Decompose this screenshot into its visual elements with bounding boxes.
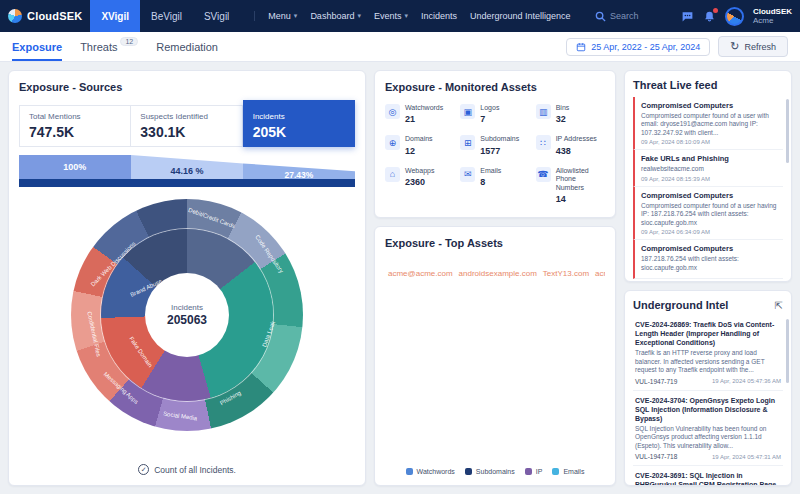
legend-item[interactable]: IP xyxy=(525,468,543,475)
menu-label: Underground Intelligence xyxy=(470,11,571,21)
asset-icon: ▣ xyxy=(460,104,475,119)
legend-item[interactable]: Watchwords xyxy=(406,468,455,475)
stat-incidents[interactable]: Incidents 205K xyxy=(243,100,355,147)
asset-label: Emails xyxy=(480,167,501,175)
tab-xvigil[interactable]: XVigil xyxy=(90,0,140,32)
threat-live-feed-card: Threat Live feed Compromised Computers C… xyxy=(624,70,792,282)
threat-feed-item[interactable]: Compromised Computers 187.218.76.254 wit… xyxy=(633,240,783,279)
dashboard-dropdown[interactable]: Dashboard▾ xyxy=(310,11,361,21)
monitored-asset[interactable]: ◎ Watchwords 21 xyxy=(385,104,454,124)
asset-icon: ▥ xyxy=(536,104,551,119)
stat-total-mentions[interactable]: Total Mentions 747.5K xyxy=(19,105,131,147)
monitored-asset[interactable]: ⊞ Subdomains 1577 xyxy=(460,135,529,155)
subheader-actions: 25 Apr, 2022 - 25 Apr, 2024 ↻ Refresh xyxy=(566,32,788,61)
intel-item[interactable]: CVE-2024-3704: OpenGnsys Expeto Login SQ… xyxy=(633,391,783,467)
underground-intel-title: Underground Intel xyxy=(633,299,728,311)
intel-item-id: VUL-1947-718 xyxy=(635,453,677,460)
events-dropdown[interactable]: Events▾ xyxy=(374,11,408,21)
monitored-asset[interactable]: ☎ Allowlisted Phone Numbers 14 xyxy=(536,167,605,204)
stat-value: 205K xyxy=(253,124,345,140)
asset-count: 32 xyxy=(556,114,570,124)
tab-bevigil[interactable]: BeVigil xyxy=(140,0,193,32)
funnel-percent: 27.43% xyxy=(284,170,313,180)
monitored-asset[interactable]: ▥ Bins 32 xyxy=(536,104,605,124)
monitored-asset[interactable]: ⊕ Domains 12 xyxy=(385,135,454,155)
threat-feed-item[interactable]: Fake URLs and Phishing realwebsiteacme.c… xyxy=(633,150,783,186)
chevron-down-icon: ▾ xyxy=(294,12,298,20)
asset-label: Allowlisted Phone Numbers xyxy=(556,167,605,192)
asset-icon: ∷ xyxy=(536,135,551,150)
legend-label: Emails xyxy=(563,468,584,475)
asset-text: Logos 7 xyxy=(480,104,499,124)
search-box[interactable] xyxy=(595,11,672,22)
threat-feed-item[interactable]: Compromised Computers Compromised comput… xyxy=(633,187,783,240)
open-external-icon[interactable]: ⇱ xyxy=(775,300,783,311)
asset-count: 8 xyxy=(480,177,501,187)
scrollbar[interactable] xyxy=(786,99,789,163)
notifications-button[interactable] xyxy=(703,10,716,23)
asset-count: 14 xyxy=(556,194,605,204)
scrollbar[interactable] xyxy=(786,319,789,383)
asset-text: Webapps 2360 xyxy=(405,167,434,187)
asset-icon: ✉ xyxy=(460,167,475,182)
asset-tag[interactable]: acme.com.br xyxy=(595,269,605,278)
tab-threats[interactable]: Threats12 xyxy=(80,32,138,61)
chat-button[interactable] xyxy=(681,10,694,23)
legend-item[interactable]: Emails xyxy=(552,468,584,475)
tab-remediation[interactable]: Remediation xyxy=(156,32,218,61)
tab-svigil[interactable]: SVigil xyxy=(193,0,240,32)
incidents-sunburst-chart[interactable]: Dark Web Discussions Debit/Credit Cards … xyxy=(71,199,303,431)
threat-feed-item[interactable]: Compromised Computers Compromised comput… xyxy=(633,97,783,150)
nav-underground-intelligence[interactable]: Underground Intelligence xyxy=(470,11,571,21)
asset-icon: ◎ xyxy=(385,104,400,119)
underground-intel-card: Underground Intel ⇱ CVE-2024-26869: Trae… xyxy=(624,290,792,486)
feed-item-title: Fake URLs and Phishing xyxy=(641,154,777,163)
search-input[interactable] xyxy=(610,11,672,21)
monitored-asset[interactable]: ⌂ Webapps 2360 xyxy=(385,167,454,204)
feed-item-title: Compromised Computers xyxy=(641,191,777,200)
intel-item-title: CVE-2024-3704: OpenGnsys Expeto Login SQ… xyxy=(635,396,781,423)
refresh-button[interactable]: ↻ Refresh xyxy=(718,36,788,57)
asset-icon: ☎ xyxy=(536,167,551,182)
asset-text: Emails 8 xyxy=(480,167,501,187)
avatar[interactable] xyxy=(725,7,744,26)
brand[interactable]: CloudSEK xyxy=(8,9,82,23)
cloudsek-logo-icon xyxy=(8,9,22,23)
asset-tag[interactable]: TextY13.com xyxy=(543,269,589,278)
asset-count: 438 xyxy=(556,146,597,156)
feed-item-desc: Compromised computer found of a user wit… xyxy=(641,112,777,137)
monitored-asset[interactable]: ▣ Logos 7 xyxy=(460,104,529,124)
asset-count: 12 xyxy=(405,146,433,156)
refresh-label: Refresh xyxy=(744,42,776,52)
top-assets-title: Exposure - Top Assets xyxy=(385,237,605,249)
date-range-button[interactable]: 25 Apr, 2022 - 25 Apr, 2024 xyxy=(566,38,710,56)
stat-suspects-identified[interactable]: Suspects Identified 330.1K xyxy=(131,105,242,147)
feed-item-desc: 187.218.76.254 with client assets: sioc.… xyxy=(641,255,777,272)
asset-count: 1577 xyxy=(480,146,519,156)
nav-incidents[interactable]: Incidents xyxy=(421,11,457,21)
monitored-asset[interactable]: ∷ IP Addresses 438 xyxy=(536,135,605,155)
asset-tag[interactable]: androidsexample.com xyxy=(459,269,537,278)
menu-dropdown[interactable]: Menu▾ xyxy=(268,11,297,21)
asset-label: IP Addresses xyxy=(556,135,597,143)
threat-feed-list: Compromised Computers Compromised comput… xyxy=(633,97,783,279)
subheader: Exposure Threats12 Remediation 25 Apr, 2… xyxy=(0,32,800,62)
asset-text: Bins 32 xyxy=(556,104,570,124)
intel-item[interactable]: CVE-2024-3691: SQL Injection in PHPGuruk… xyxy=(633,466,783,486)
intel-item-footer: VUL-1947-719 19 Apr, 2024 05:47:36 AM xyxy=(635,378,781,385)
stat-value: 330.1K xyxy=(140,124,232,140)
intel-item[interactable]: CVE-2024-26869: Traefik DoS via Content-… xyxy=(633,315,783,391)
legend-item[interactable]: Subdomains xyxy=(465,468,515,475)
asset-tag[interactable]: acme@acme.com xyxy=(388,269,453,278)
footnote-text: Count of all Incidents. xyxy=(154,465,236,475)
monitored-asset[interactable]: ✉ Emails 8 xyxy=(460,167,529,204)
legend-label: Watchwords xyxy=(417,468,455,475)
user-menu[interactable]: CloudSEK Acme xyxy=(753,7,792,25)
tab-exposure[interactable]: Exposure xyxy=(12,32,62,61)
tab-label: Threats xyxy=(80,41,117,53)
intel-item-desc: SQL Injection Vulnerability has been fou… xyxy=(635,425,781,450)
intel-item-id: VUL-1947-719 xyxy=(635,378,677,385)
asset-icon: ⊞ xyxy=(460,135,475,150)
asset-text: Watchwords 21 xyxy=(405,104,443,124)
asset-label: Domains xyxy=(405,135,433,143)
